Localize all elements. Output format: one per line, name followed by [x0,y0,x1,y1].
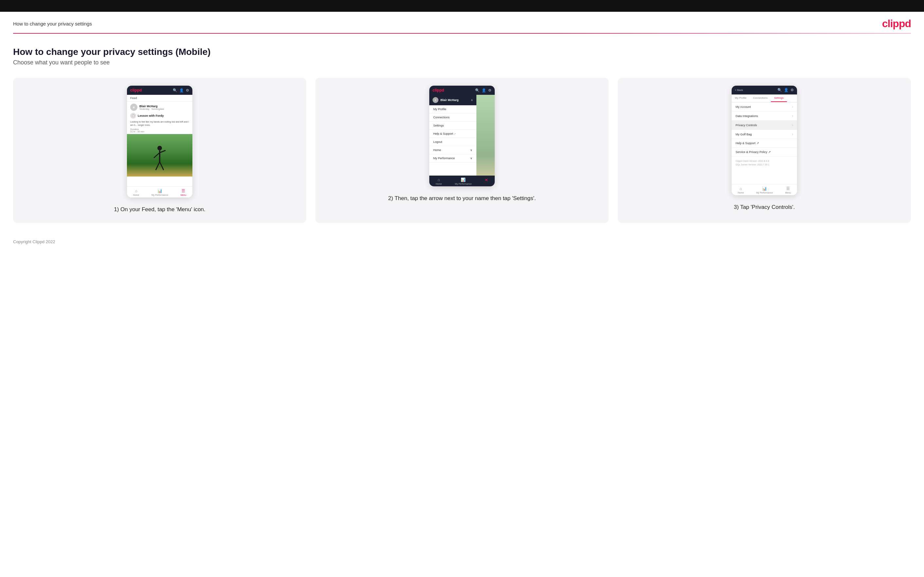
main-content: How to change your privacy settings (Mob… [0,34,924,229]
post-header: B Blair McHarg Yesterday · Sunningdale [127,102,192,112]
phone-content-2: B Blair McHarg ∧ My Profile Connections … [429,95,495,186]
home-icon-2: ⌂ [438,177,440,182]
menu-label: Menu [181,194,186,196]
step-2-card: clippd 🔍 👤 ⚙ B [315,78,609,223]
chevron-right-data: › [792,114,793,118]
dropdown-nav-home: ⌂ Home [436,177,442,185]
header: How to change your privacy settings clip… [0,12,924,33]
avatar: B [130,104,137,111]
menu-item-help[interactable]: Help & Support [429,130,477,138]
svg-point-0 [157,146,162,150]
performance-label: My Performance [152,194,168,196]
search-icon: 🔍 [173,88,177,92]
menu-item-settings[interactable]: Settings [429,122,477,130]
phone-logo-1: clippd [130,88,142,92]
dropdown-user-header: B Blair McHarg ∧ [429,95,477,105]
menu-section-performance[interactable]: My Performance ∨ [429,154,477,163]
golfer-svg [150,145,170,175]
step-2-phone: clippd 🔍 👤 ⚙ B [429,85,495,186]
home-section-label: Home [433,148,441,152]
chevron-right-account: › [792,105,793,108]
home-label-3: Home [738,192,744,194]
search-icon-2: 🔍 [475,88,480,92]
performance-label-3: My Performance [756,192,773,194]
close-icon: ✕ [485,177,488,182]
tab-connections[interactable]: Connections [750,95,771,102]
tab-my-profile[interactable]: My Profile [732,95,750,102]
bottom-nav-home-3: ⌂ Home [738,186,744,194]
step-2-caption: 2) Then, tap the arrow next to your name… [388,194,536,203]
version-info: Clippd Client Version: 2022.8.3-3 GQL Se… [732,156,797,169]
chevron-down-icon-2: ∨ [470,156,472,160]
home-icon-3: ⌂ [740,186,742,191]
data-integrations-label: Data Integrations [735,114,758,118]
svg-line-3 [160,150,166,153]
performance-icon: 📊 [157,189,162,193]
phone-bottom-nav-1: ⌂ Home 📊 My Performance ☰ Menu [127,186,192,197]
privacy-controls-label: Privacy Controls [735,124,757,127]
menu-item-profile[interactable]: My Profile [429,105,477,113]
phone-nav-1: clippd 🔍 👤 ⚙ [127,85,192,95]
step-3-caption: 3) Tap 'Privacy Controls'. [734,203,795,211]
service-label: Service & Privacy Policy ↗ [735,150,771,154]
page-heading: How to change your privacy settings (Mob… [13,47,911,57]
post-name: Blair McHarg [139,105,164,108]
bottom-nav-performance-1: 📊 My Performance [152,189,168,196]
footer: Copyright Clippd 2022 [0,229,924,251]
step-3-phone: < Back 🔍 👤 ⚙ My Profile Connections Sett… [732,85,797,195]
menu-section-home[interactable]: Home ∨ [429,146,477,154]
post-user-info: Blair McHarg Yesterday · Sunningdale [139,105,164,110]
page-subheading: Choose what you want people to see [13,59,911,66]
step-1-phone: clippd 🔍 👤 ⚙ Feed B Blair McHarg Yester [127,85,192,197]
settings-item-privacy[interactable]: Privacy Controls › [732,121,797,130]
bottom-nav-menu-1: ☰ Menu [181,189,186,196]
performance-icon-3: 📊 [762,186,767,191]
help-label: Help & Support ↗ [735,142,759,145]
post-duration: Duration01 hr : 30 min [127,127,192,134]
menu-icon-3: ☰ [786,186,790,191]
bottom-nav-home-1: ⌂ Home [133,189,139,196]
menu-item-logout[interactable]: Logout [429,138,477,146]
user-icon: 👤 [179,88,184,92]
phone-nav-2: clippd 🔍 👤 ⚙ [429,85,495,95]
settings-icon-3: ⚙ [790,88,794,92]
settings-content: My Account › Data Integrations › Privacy… [732,102,797,184]
steps-row: clippd 🔍 👤 ⚙ Feed B Blair McHarg Yester [13,78,911,223]
lesson-icon: 📋 [130,113,136,119]
step-1-caption: 1) On your Feed, tap the 'Menu' icon. [114,205,205,214]
home-icon: ⌂ [135,189,137,193]
bottom-nav-menu-3: ☰ Menu [785,186,791,194]
settings-item-help[interactable]: Help & Support ↗ [732,139,797,148]
settings-tabs: My Profile Connections Settings [732,95,797,102]
menu-item-connections[interactable]: Connections [429,113,477,122]
back-button[interactable]: < Back [735,89,743,92]
user-avatar: B [433,97,438,103]
search-icon-3: 🔍 [777,88,782,92]
step-1-card: clippd 🔍 👤 ⚙ Feed B Blair McHarg Yester [13,78,306,223]
settings-item-service[interactable]: Service & Privacy Policy ↗ [732,148,797,156]
performance-icon-2: 📊 [461,177,465,182]
chevron-down-icon: ∨ [470,148,472,152]
menu-label-3: Menu [785,192,791,194]
golf-image [127,134,192,177]
post-text: Looking to feel like my hands are exitin… [127,120,192,127]
tab-settings[interactable]: Settings [771,95,787,102]
settings-item-data[interactable]: Data Integrations › [732,111,797,121]
home-nav-label: Home [436,183,442,185]
golf-bag-label: My Golf Bag [735,133,752,136]
header-title: How to change your privacy settings [13,21,92,26]
menu-icon: ☰ [182,189,185,193]
settings-nav: < Back 🔍 👤 ⚙ [732,85,797,95]
step-3-card: < Back 🔍 👤 ⚙ My Profile Connections Sett… [618,78,911,223]
bg-image [477,95,495,186]
settings-item-account[interactable]: My Account › [732,102,797,111]
phone-nav-icons-2: 🔍 👤 ⚙ [475,88,491,92]
top-bar [0,0,924,12]
phone-nav-icons-1: 🔍 👤 ⚙ [173,88,189,92]
post-lesson: 📋 Lesson with Fordy [127,112,192,120]
dropdown-user-info: B Blair McHarg [433,97,459,103]
dropdown-nav-close[interactable]: ✕ [485,177,488,185]
svg-line-2 [154,153,160,158]
account-label: My Account [735,105,751,108]
settings-item-golf-bag[interactable]: My Golf Bag › [732,130,797,139]
